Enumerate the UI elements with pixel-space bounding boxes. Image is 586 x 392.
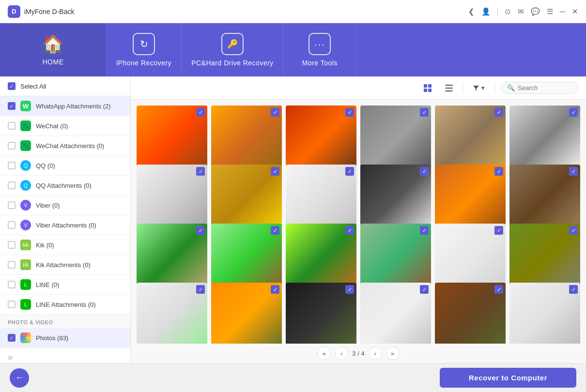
- sidebar-item-kik-attachments[interactable]: kik Kik Attachments (0): [0, 255, 130, 275]
- line-checkbox[interactable]: [8, 281, 15, 288]
- photo-check-8[interactable]: ✓: [271, 167, 279, 176]
- svg-rect-2: [424, 89, 427, 92]
- first-page-button[interactable]: «: [317, 347, 331, 360]
- sidebar-item-more[interactable]: »: [0, 348, 130, 363]
- content-toolbar: ▾ 🔍: [131, 76, 586, 100]
- sidebar-item-viber-attachments[interactable]: V Viber Attachments (0): [0, 215, 130, 235]
- nav-item-more-tools[interactable]: ··· More Tools: [284, 23, 356, 76]
- nav-item-home[interactable]: 🏠 HOME: [0, 23, 107, 76]
- sidebar-item-kik[interactable]: kik Kik (0): [0, 235, 130, 255]
- more-tools-icon: ···: [308, 33, 331, 55]
- photo-cell-21[interactable]: ✓: [286, 283, 356, 344]
- kik-attachments-checkbox[interactable]: [8, 261, 15, 269]
- photo-check-23[interactable]: ✓: [494, 285, 503, 294]
- search-input[interactable]: [518, 84, 576, 91]
- select-all-row[interactable]: ✓ Select All: [0, 76, 130, 96]
- share-icon[interactable]: ❮: [468, 7, 475, 16]
- sidebar-item-line[interactable]: L LINE (0): [0, 275, 130, 295]
- sidebar-item-photos[interactable]: ✓ Photos (83): [0, 328, 130, 348]
- photo-cell-23[interactable]: ✓: [435, 283, 506, 344]
- wechat-checkbox[interactable]: [8, 122, 15, 130]
- whatsapp-attachments-checkbox[interactable]: ✓: [8, 102, 15, 110]
- photo-check-10[interactable]: ✓: [420, 167, 429, 176]
- person-icon[interactable]: 👤: [481, 7, 491, 16]
- last-page-button[interactable]: »: [386, 347, 400, 360]
- list-view-button[interactable]: [441, 80, 457, 96]
- kik-checkbox[interactable]: [8, 241, 15, 249]
- photo-check-6[interactable]: ✓: [569, 108, 578, 117]
- nav-label-pc-recovery: PC&Hard Drive Recovery: [191, 59, 274, 67]
- sidebar-item-wechat[interactable]: 🐾 WeChat (0): [0, 116, 130, 136]
- filter-button[interactable]: ▾: [469, 82, 489, 93]
- photos-icon: [20, 332, 31, 343]
- photo-check-16[interactable]: ✓: [420, 226, 429, 235]
- photo-check-13[interactable]: ✓: [196, 226, 205, 235]
- photo-check-24[interactable]: ✓: [569, 285, 578, 294]
- photo-check-7[interactable]: ✓: [196, 167, 205, 176]
- photos-checkbox[interactable]: ✓: [8, 334, 15, 342]
- line-attachments-icon: L: [20, 299, 31, 310]
- viber-attachments-checkbox[interactable]: [8, 221, 15, 229]
- menu-icon[interactable]: ☰: [547, 7, 553, 16]
- app-logo: D: [8, 5, 20, 18]
- next-page-button[interactable]: ›: [369, 347, 382, 360]
- photo-check-15[interactable]: ✓: [345, 226, 354, 235]
- sidebar-item-line-attachments[interactable]: L LINE Attachments (0): [0, 295, 130, 315]
- qq-checkbox[interactable]: [8, 162, 15, 169]
- pagination: « ‹ 3 / 4 › »: [131, 344, 586, 363]
- line-attachments-checkbox[interactable]: [8, 301, 15, 308]
- photo-check-20[interactable]: ✓: [271, 285, 279, 294]
- photo-cell-24[interactable]: ✓: [509, 283, 580, 344]
- sidebar-item-viber[interactable]: V Viber (0): [0, 196, 130, 215]
- kik-attachments-label: Kik Attachments (0): [36, 261, 91, 269]
- svg-rect-3: [428, 89, 432, 92]
- photo-check-17[interactable]: ✓: [494, 226, 503, 235]
- kik-attachments-icon: kik: [20, 259, 31, 270]
- chat-icon[interactable]: 💬: [531, 7, 540, 16]
- photo-cell-22[interactable]: ✓: [360, 283, 431, 344]
- prev-page-button[interactable]: ‹: [335, 347, 348, 360]
- grid-view-button[interactable]: [420, 80, 435, 96]
- photo-check-3[interactable]: ✓: [345, 108, 354, 117]
- photo-check-19[interactable]: ✓: [196, 285, 205, 294]
- titlebar-separator: [497, 8, 498, 15]
- svg-rect-0: [424, 84, 427, 88]
- mail-icon[interactable]: ✉: [518, 7, 524, 16]
- photo-check-1[interactable]: ✓: [196, 108, 205, 117]
- viber-checkbox[interactable]: [8, 201, 15, 209]
- sidebar-item-qq[interactable]: Q QQ (0): [0, 156, 130, 176]
- photo-check-22[interactable]: ✓: [420, 285, 429, 294]
- content-area: ▾ 🔍 ✓✓✓✓✓✓✓✓✓✓✓✓✓✓✓✓✓✓✓✓✓✓✓✓ « ‹ 3 / 4 ›…: [131, 76, 586, 363]
- nav-label-iphone-recovery: iPhone Recovery: [116, 59, 171, 67]
- photo-check-14[interactable]: ✓: [271, 226, 279, 235]
- photo-check-5[interactable]: ✓: [494, 108, 503, 117]
- recover-button[interactable]: Recover to Computer: [440, 368, 576, 388]
- sidebar-item-wechat-attachments[interactable]: 🐾 WeChat Attachments (0): [0, 136, 130, 156]
- photo-video-section: Photo & Video: [0, 315, 130, 328]
- nav-item-iphone-recovery[interactable]: ↻ iPhone Recovery: [107, 23, 182, 76]
- viber-icon: V: [20, 200, 31, 211]
- photo-check-21[interactable]: ✓: [345, 285, 354, 294]
- qq-attachments-checkbox[interactable]: [8, 181, 15, 189]
- navbar: 🏠 HOME ↻ iPhone Recovery 🔑 PC&Hard Drive…: [0, 23, 586, 76]
- minimize-icon[interactable]: ─: [560, 7, 565, 15]
- location-icon[interactable]: ⊙: [505, 7, 511, 16]
- photo-check-4[interactable]: ✓: [420, 108, 429, 117]
- back-button[interactable]: ←: [10, 368, 29, 388]
- wechat-label: WeChat (0): [36, 122, 68, 130]
- wechat-attachments-checkbox[interactable]: [8, 142, 15, 150]
- photo-check-2[interactable]: ✓: [271, 108, 279, 117]
- photo-check-18[interactable]: ✓: [569, 226, 578, 235]
- photo-check-11[interactable]: ✓: [494, 167, 503, 176]
- svg-rect-4: [445, 85, 453, 86]
- photo-check-9[interactable]: ✓: [345, 167, 354, 176]
- svg-rect-1: [428, 84, 432, 88]
- photo-check-12[interactable]: ✓: [569, 167, 578, 176]
- sidebar-item-qq-attachments[interactable]: Q QQ Attachments (0): [0, 176, 130, 196]
- sidebar-item-whatsapp-attachments[interactable]: ✓ W WhatsApp Attachments (2): [0, 96, 130, 116]
- select-all-checkbox[interactable]: ✓: [8, 82, 15, 90]
- photo-cell-20[interactable]: ✓: [211, 283, 282, 344]
- photo-cell-19[interactable]: ✓: [137, 283, 207, 344]
- nav-item-pc-recovery[interactable]: 🔑 PC&Hard Drive Recovery: [182, 23, 284, 76]
- close-icon[interactable]: ✕: [572, 7, 578, 16]
